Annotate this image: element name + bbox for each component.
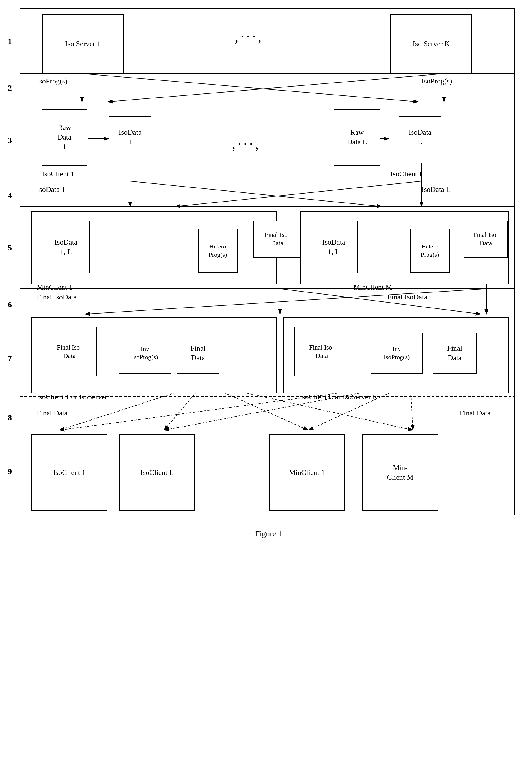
final-iso-data-right-label: Final Iso-Data <box>473 231 498 248</box>
iso-client-1-9-box: IsoClient 1 <box>31 434 107 511</box>
iso-data-1l-right-box: IsoData1, L <box>310 221 358 273</box>
svg-line-27 <box>130 181 382 207</box>
min-client-1-9-box: MinClient 1 <box>269 434 345 511</box>
row-label-1: 1 <box>8 37 12 46</box>
iso-data-1-top-label: IsoData1 <box>119 128 142 147</box>
iso-client-1-9-label: IsoClient 1 <box>53 468 86 478</box>
iso-data-1-top-box: IsoData1 <box>109 116 151 158</box>
row-label-2: 2 <box>8 84 12 93</box>
hetero-prog-left-box: HeteroProg(s) <box>198 229 237 273</box>
svg-line-20 <box>107 74 444 102</box>
row-label-8: 8 <box>8 413 12 422</box>
hetero-prog-right-label: HeteroProg(s) <box>421 243 439 259</box>
figure-caption: Figure 1 <box>226 529 311 538</box>
dots-top: ,···, <box>235 28 264 45</box>
row-label-5: 5 <box>8 243 12 252</box>
final-iso-data-6l-label: Final IsoData <box>37 293 76 301</box>
iso-data-1l-left-label: IsoData1, L <box>55 237 77 257</box>
row-label-6: 6 <box>8 300 12 309</box>
iso-data-1l-right-label: IsoData1, L <box>322 237 345 257</box>
iso-client-l-9-box: IsoClient L <box>119 434 195 511</box>
inv-isoprog-right-box: InvIsoProg(s) <box>371 333 423 374</box>
iso-server-1-box: Iso Server 1 <box>42 14 124 74</box>
min-client-m-9-label: Min-Client M <box>387 463 413 482</box>
iso-server-k-box: Iso Server K <box>390 14 472 74</box>
inv-isoprog-left-label: InvIsoProg(s) <box>132 345 158 361</box>
diagram: 1 2 3 4 5 6 7 8 9 Iso Server 1 ,···, Iso… <box>0 0 532 780</box>
raw-data-l-box: RawData L <box>334 109 380 165</box>
raw-data-1-label: RawData1 <box>57 123 71 151</box>
final-iso-data-7l-box: Final Iso-Data <box>42 327 97 377</box>
iso-prog-s-right-label: IsoProg(s) <box>421 77 452 86</box>
min-client-1-9-label: MinClient 1 <box>289 468 325 478</box>
final-iso-data-6r-label: Final IsoData <box>387 293 427 301</box>
iso-data-l-row-label: IsoData L <box>421 185 450 194</box>
iso-server-k-label: Iso Server K <box>413 39 450 49</box>
row-label-7: 7 <box>8 354 12 363</box>
raw-data-l-label: RawData L <box>347 128 367 147</box>
svg-line-18 <box>82 74 419 102</box>
iso-client-l-label: IsoClient L <box>390 170 424 178</box>
raw-data-1-box: RawData1 <box>42 109 87 165</box>
iso-client-server-k-label: IsoClient L or IsoServer K <box>300 393 378 401</box>
final-iso-data-7r-box: Final Iso-Data <box>294 327 349 377</box>
iso-data-1-row-label: IsoData 1 <box>37 185 65 194</box>
final-data-7r-box: FinalData <box>433 333 477 374</box>
iso-server-1-label: Iso Server 1 <box>65 39 101 49</box>
iso-client-server-1-label: IsoClient 1 or IsoServer 1 <box>37 393 113 401</box>
row-label-9: 9 <box>8 467 12 476</box>
row-label-3: 3 <box>8 136 12 145</box>
min-client-1-bottom-label: MinClient 1 <box>37 283 72 292</box>
iso-prog-s-left-label: IsoProg(s) <box>37 77 67 86</box>
final-data-7l-label: FinalData <box>190 344 205 363</box>
iso-client-l-9-label: IsoClient L <box>140 468 174 478</box>
final-data-7r-label: FinalData <box>447 344 462 363</box>
iso-data-l-top-box: IsoDataL <box>399 116 441 158</box>
final-iso-data-left-box: Final Iso-Data <box>253 221 301 257</box>
svg-line-39 <box>85 289 486 314</box>
inv-isoprog-left-box: InvIsoProg(s) <box>119 333 171 374</box>
min-client-m-bottom-label: MinClient M <box>354 283 392 292</box>
final-iso-data-right-box: Final Iso-Data <box>464 221 508 257</box>
inv-isoprog-right-label: InvIsoProg(s) <box>384 345 410 361</box>
final-data-8l-label: Final Data <box>37 409 68 418</box>
svg-line-29 <box>175 181 421 207</box>
final-iso-data-left-label: Final Iso-Data <box>265 231 290 248</box>
final-data-8r-label: Final Data <box>447 409 503 418</box>
hetero-prog-left-label: HeteroProg(s) <box>209 243 227 259</box>
iso-data-1l-left-box: IsoData1, L <box>42 221 90 273</box>
iso-data-l-top-label: IsoDataL <box>409 128 432 147</box>
svg-line-36 <box>280 289 481 314</box>
final-data-7l-box: FinalData <box>177 333 219 374</box>
hetero-prog-right-box: HeteroProg(s) <box>410 229 450 273</box>
final-iso-data-7l-label: Final Iso-Data <box>57 343 82 360</box>
final-iso-data-7r-label: Final Iso-Data <box>309 343 334 360</box>
row-label-4: 4 <box>8 191 12 200</box>
iso-client-1-label: IsoClient 1 <box>42 170 74 178</box>
min-client-m-9-box: Min-Client M <box>362 434 438 511</box>
dots-mid: ,···, <box>232 136 261 152</box>
